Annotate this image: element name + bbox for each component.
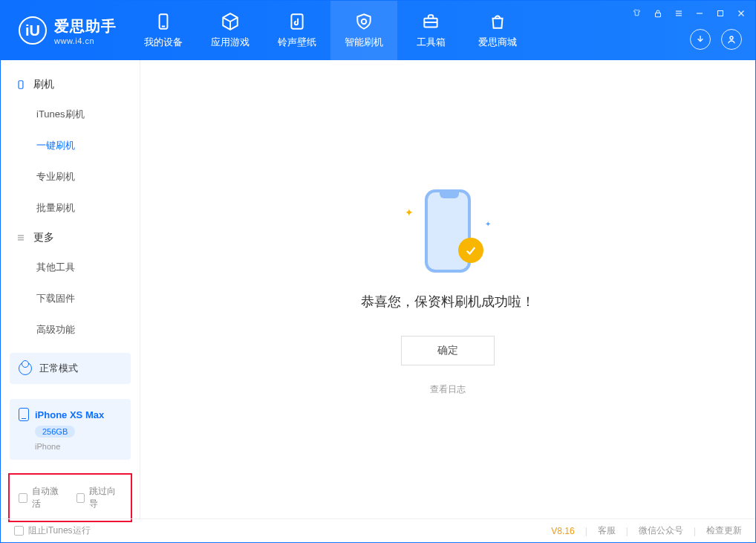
tshirt-icon[interactable] — [632, 8, 642, 19]
device-card[interactable]: iPhone XS Max 256GB iPhone — [10, 399, 131, 460]
music-file-icon — [287, 12, 307, 31]
logo[interactable]: iU 爱思助手 www.i4.cn — [1, 16, 130, 45]
section-title: 刷机 — [33, 78, 54, 91]
sidebar-item-onekey-flash[interactable]: 一键刷机 — [1, 130, 140, 161]
phone-small-icon — [16, 79, 26, 90]
checkbox-block-itunes[interactable]: 阻止iTunes运行 — [14, 524, 91, 537]
mode-label: 正常模式 — [39, 362, 78, 375]
sidebar-item-itunes-flash[interactable]: iTunes刷机 — [1, 99, 140, 130]
device-name: iPhone XS Max — [35, 409, 104, 420]
nav-ringtone-wallpaper[interactable]: 铃声壁纸 — [264, 1, 330, 60]
nav-my-device[interactable]: 我的设备 — [130, 1, 197, 60]
confirm-button[interactable]: 确定 — [401, 336, 495, 365]
separator: | — [694, 526, 696, 536]
device-icon — [154, 12, 173, 31]
titlebar-controls — [632, 8, 746, 19]
header-right — [690, 29, 742, 50]
body: 刷机 iTunes刷机 一键刷机 专业刷机 批量刷机 更多 其他工具 下载固件 … — [1, 60, 755, 518]
svg-rect-16 — [19, 81, 23, 89]
view-log-link[interactable]: 查看日志 — [430, 383, 466, 396]
device-capacity: 256GB — [35, 426, 75, 438]
sidebar-item-other-tools[interactable]: 其他工具 — [1, 252, 140, 283]
separator: | — [585, 526, 587, 536]
brand-name: 爱思助手 — [54, 16, 117, 36]
lock-icon[interactable] — [653, 8, 663, 19]
nav-label: 爱思商城 — [478, 36, 517, 49]
store-icon — [488, 12, 507, 31]
checkbox-icon — [14, 526, 24, 536]
brand-url: www.i4.cn — [54, 36, 117, 45]
version-label: V8.16 — [551, 526, 574, 536]
checkbox-skip-guide[interactable]: 跳过向导 — [76, 485, 123, 510]
list-icon — [16, 233, 26, 243]
footer-right: V8.16 | 客服 | 微信公众号 | 检查更新 — [551, 524, 742, 537]
footer-link-update[interactable]: 检查更新 — [706, 524, 742, 537]
sidebar-bottom-options: 自动激活 跳过向导 — [8, 473, 132, 522]
nav-label: 我的设备 — [144, 36, 183, 49]
nav-label: 应用游戏 — [211, 36, 250, 49]
mode-card[interactable]: 正常模式 — [10, 353, 131, 384]
nav-label: 智能刷机 — [345, 36, 383, 49]
section-title: 更多 — [33, 231, 54, 244]
nav-toolbox[interactable]: 工具箱 — [397, 1, 464, 60]
checkbox-label: 跳过向导 — [89, 485, 122, 510]
checkbox-icon — [19, 493, 27, 503]
svg-point-15 — [730, 36, 733, 39]
minimize-icon[interactable] — [694, 8, 705, 19]
sidebar-section-flash: 刷机 — [1, 71, 140, 99]
sidebar-section-more: 更多 — [1, 224, 140, 252]
footer-link-wechat[interactable]: 微信公众号 — [639, 524, 683, 537]
nav-apps-games[interactable]: 应用游戏 — [197, 1, 264, 60]
nav-smart-flash[interactable]: 智能刷机 — [330, 1, 397, 60]
close-icon[interactable] — [736, 8, 746, 19]
checkbox-icon — [76, 493, 85, 503]
device-phone-icon — [19, 408, 29, 421]
separator: | — [626, 526, 628, 536]
footer: 阻止iTunes运行 V8.16 | 客服 | 微信公众号 | 检查更新 — [1, 518, 755, 542]
success-message: 恭喜您，保资料刷机成功啦！ — [361, 293, 535, 310]
checkbox-label: 阻止iTunes运行 — [28, 524, 91, 537]
menu-icon[interactable] — [674, 8, 684, 19]
svg-rect-3 — [291, 14, 302, 29]
main-content: ✦ ✦ 恭喜您，保资料刷机成功啦！ 确定 查看日志 — [140, 60, 755, 518]
sidebar: 刷机 iTunes刷机 一键刷机 专业刷机 批量刷机 更多 其他工具 下载固件 … — [1, 60, 140, 518]
sidebar-item-pro-flash[interactable]: 专业刷机 — [1, 161, 140, 192]
maximize-icon[interactable] — [715, 8, 726, 19]
logo-icon: iU — [19, 16, 47, 45]
download-icon[interactable] — [690, 29, 711, 50]
cube-icon — [221, 12, 240, 31]
footer-link-support[interactable]: 客服 — [598, 524, 616, 537]
checkbox-auto-activate[interactable]: 自动激活 — [19, 485, 65, 510]
svg-rect-6 — [656, 13, 661, 16]
header: iU 爱思助手 www.i4.cn 我的设备 应用游戏 铃声壁纸 智能刷机 工具… — [1, 1, 755, 60]
device-type: iPhone — [35, 442, 122, 451]
nav-label: 铃声壁纸 — [278, 36, 316, 49]
user-icon[interactable] — [721, 29, 742, 50]
sparkle-icon: ✦ — [405, 207, 414, 218]
svg-rect-11 — [718, 11, 723, 16]
sparkle-icon: ✦ — [485, 220, 491, 228]
checkbox-label: 自动激活 — [32, 485, 65, 510]
sidebar-item-advanced[interactable]: 高级功能 — [1, 314, 140, 345]
nav-label: 工具箱 — [417, 36, 446, 49]
nav: 我的设备 应用游戏 铃声壁纸 智能刷机 工具箱 爱思商城 — [130, 1, 531, 60]
mode-icon — [19, 362, 32, 375]
sidebar-item-batch-flash[interactable]: 批量刷机 — [1, 192, 140, 224]
toolbox-icon — [421, 12, 440, 31]
logo-text: 爱思助手 www.i4.cn — [54, 16, 117, 45]
nav-store[interactable]: 爱思商城 — [464, 1, 531, 60]
success-illustration: ✦ ✦ — [403, 183, 492, 279]
sidebar-item-download-firmware[interactable]: 下载固件 — [1, 283, 140, 314]
checkmark-badge-icon — [458, 238, 483, 263]
refresh-shield-icon — [354, 12, 374, 31]
